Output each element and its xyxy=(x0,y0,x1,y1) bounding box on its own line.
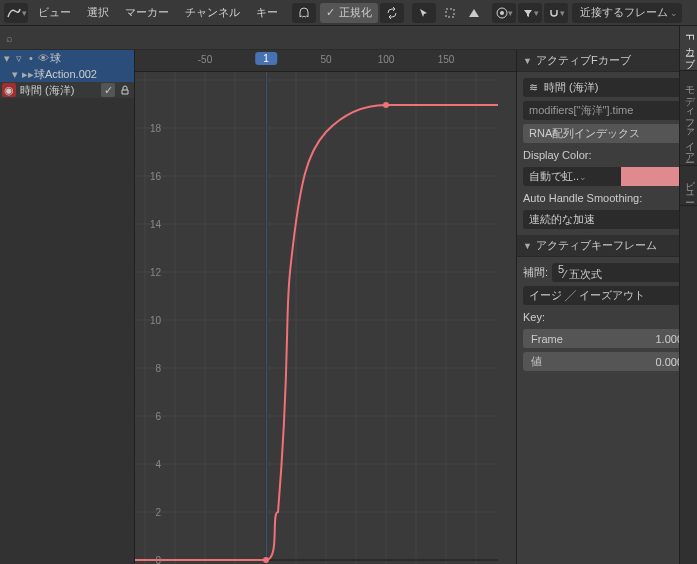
fcurve[interactable] xyxy=(135,105,498,560)
action-row[interactable]: ▾ ▸▸ 球Action.002 xyxy=(0,66,134,82)
current-frame-indicator[interactable]: 1 xyxy=(255,52,277,65)
cursor-icon[interactable] xyxy=(412,3,436,23)
easing-dropdown[interactable]: イージ ╱ イーズアウト⌄ xyxy=(523,286,691,305)
panel-active-fcurve-header[interactable]: ▼アクティブFカーブ xyxy=(517,50,697,72)
keyframe-handle[interactable] xyxy=(263,557,269,563)
editor-type-dropdown[interactable]: ▾ xyxy=(4,3,28,23)
search-icon: ⌕ xyxy=(6,32,13,44)
search-input[interactable] xyxy=(17,32,691,44)
tri-down-icon: ▿ xyxy=(14,52,24,65)
menu-key[interactable]: キー xyxy=(248,3,286,23)
display-color-label: Display Color: xyxy=(523,149,691,161)
tri-down-icon: ▾ xyxy=(2,52,12,65)
ruler-tick: 50 xyxy=(320,54,331,65)
key-value-field[interactable]: 値0.000 xyxy=(523,352,691,371)
auto-smooth-label: Auto Handle Smoothing: xyxy=(523,192,691,204)
eye-icon: 👁 xyxy=(38,52,48,64)
svg-point-1 xyxy=(500,11,504,15)
menu-view[interactable]: ビュー xyxy=(30,3,79,23)
lock-icon[interactable] xyxy=(118,83,132,97)
cycle-icon[interactable] xyxy=(380,3,404,23)
ruler-tick: -50 xyxy=(198,54,212,65)
svg-rect-0 xyxy=(446,9,454,17)
dot-icon: • xyxy=(26,52,36,64)
normalize-button[interactable]: ✓正規化 xyxy=(320,3,378,23)
interpolation-dropdown[interactable]: 5⁄ 五次式⌄ xyxy=(552,263,691,282)
interpolation-label: 補間: xyxy=(523,265,548,280)
menu-channel[interactable]: チャンネル xyxy=(177,3,248,23)
record-icon: ◉ xyxy=(2,83,16,97)
mute-checkbox[interactable]: ✓ xyxy=(101,83,115,97)
ruler-tick: 100 xyxy=(378,54,395,65)
tri-down-icon: ▼ xyxy=(523,241,532,251)
channel-label: 時間 (海洋) xyxy=(20,83,99,98)
object-label: 球 xyxy=(50,51,61,66)
action-icon: ▸▸ xyxy=(22,68,32,81)
tri-down-icon: ▾ xyxy=(10,68,20,81)
tab-fcurve[interactable]: Fカーブ xyxy=(680,26,697,71)
timeline-ruler[interactable]: -50 50 100 150 1 xyxy=(135,50,516,72)
proportional-dropdown[interactable]: 近接するフレーム⌄ xyxy=(572,3,682,23)
channel-name-field[interactable]: ≋時間 (海洋) xyxy=(523,78,691,97)
filter-icon[interactable]: ▾ xyxy=(518,3,542,23)
tab-view[interactable]: ビュー xyxy=(680,166,697,206)
key-frame-field[interactable]: Frame1.000 xyxy=(523,329,691,348)
color-mode-dropdown[interactable]: 自動で虹..⌄ xyxy=(523,167,621,186)
action-label: 球Action.002 xyxy=(34,67,97,82)
warning-icon[interactable] xyxy=(462,3,486,23)
ghost-icon[interactable] xyxy=(292,3,316,23)
ruler-tick: 150 xyxy=(438,54,455,65)
snap-icon[interactable]: ▾ xyxy=(544,3,568,23)
tri-down-icon: ▼ xyxy=(523,56,532,66)
pivot-icon[interactable]: ▾ xyxy=(492,3,516,23)
vertical-tabs: Fカーブ モディファイアー ビュー xyxy=(679,26,697,564)
channel-row[interactable]: ◉ 時間 (海洋) ✓ xyxy=(0,82,134,98)
box-select-icon[interactable] xyxy=(438,3,462,23)
graph-area[interactable]: -50 50 100 150 1 xyxy=(135,50,516,564)
panel-active-keyframe-header[interactable]: ▼アクティブキーフレーム xyxy=(517,235,697,257)
rna-index-field[interactable]: RNA配列インデックス0 xyxy=(523,124,691,143)
tab-modifiers[interactable]: モディファイアー xyxy=(680,71,697,166)
graph-grid xyxy=(135,72,498,564)
wave-icon: ≋ xyxy=(529,81,538,94)
key-label: Key: xyxy=(523,311,691,323)
menu-select[interactable]: 選択 xyxy=(79,3,117,23)
auto-smooth-dropdown[interactable]: 連続的な加速⌄ xyxy=(523,210,691,229)
channel-list: ▾ ▿ • 👁 球 ▾ ▸▸ 球Action.002 ◉ 時間 (海洋) ✓ xyxy=(0,50,135,564)
object-row[interactable]: ▾ ▿ • 👁 球 xyxy=(0,50,134,66)
menu-marker[interactable]: マーカー xyxy=(117,3,177,23)
sidebar: ▼アクティブFカーブ ≋時間 (海洋) modifiers["海洋"].time… xyxy=(516,50,697,564)
value-axis: 0 2 4 6 8 10 12 14 16 18 xyxy=(135,72,165,564)
keyframe-handle[interactable] xyxy=(383,102,389,108)
rna-path-field[interactable]: modifiers["海洋"].time xyxy=(523,101,691,120)
